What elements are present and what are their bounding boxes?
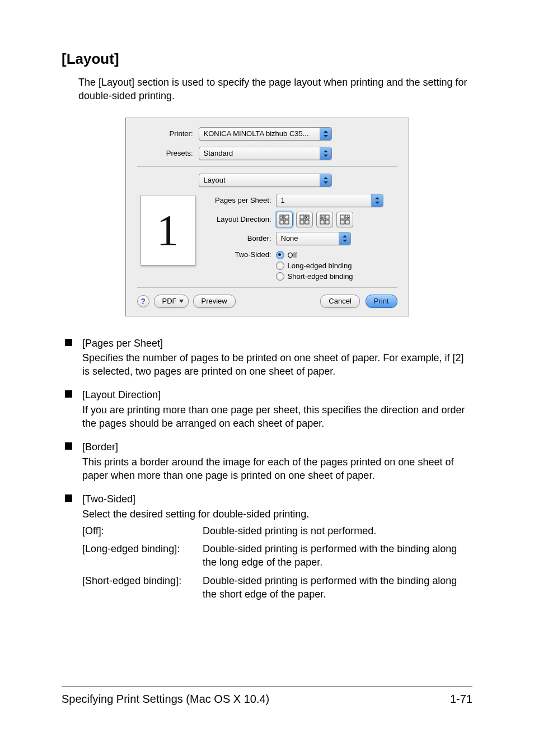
svg-rect-15 [305, 220, 309, 224]
print-dialog: Printer: KONICA MINOLTA bizhub C35... Pr… [125, 118, 409, 316]
svg-marker-25 [343, 240, 347, 242]
svg-rect-20 [340, 215, 344, 219]
svg-rect-10 [280, 220, 284, 224]
twosided-off-key: [Off]: [82, 524, 203, 538]
svg-rect-19 [325, 220, 329, 224]
two-sided-short-label: Short-edged binding [288, 272, 353, 281]
svg-marker-2 [324, 150, 328, 152]
two-sided-off-label: Off [288, 251, 297, 259]
bullet-twosided-desc: Select the desired setting for double-si… [82, 507, 472, 521]
printer-popup-value: KONICA MINOLTA bizhub C35... [199, 129, 320, 138]
footer-page-number: 1-71 [450, 693, 472, 706]
bullet-icon [65, 442, 72, 450]
dropdown-arrows-icon [320, 147, 331, 160]
preview-button[interactable]: Preview [193, 295, 236, 308]
cancel-button[interactable]: Cancel [320, 295, 359, 308]
pdf-button[interactable]: PDF [154, 295, 189, 308]
svg-rect-23 [345, 220, 349, 224]
svg-rect-8 [280, 215, 284, 219]
presets-popup[interactable]: Standard [199, 147, 332, 160]
svg-marker-0 [324, 130, 328, 133]
section-intro: The [Layout] section is used to specify … [78, 76, 472, 103]
twosided-off-val: Double-sided printing is not performed. [203, 524, 472, 538]
bullet-pages-title: [Pages per Sheet] [82, 337, 472, 350]
svg-marker-7 [375, 202, 380, 204]
two-sided-off[interactable]: Off [276, 251, 353, 259]
bullet-layoutdir-desc: If you are printing more than one page p… [82, 403, 472, 431]
dropdown-arrows-icon [371, 194, 383, 207]
svg-rect-17 [325, 215, 329, 219]
presets-label: Presets: [137, 149, 193, 157]
printer-popup[interactable]: KONICA MINOLTA bizhub C35... [199, 127, 332, 141]
border-popup[interactable]: None [276, 232, 351, 245]
twosided-short-val: Double-sided printing is performed with … [203, 574, 472, 601]
pages-per-sheet-popup[interactable]: 1 [276, 194, 383, 207]
svg-rect-16 [320, 215, 324, 219]
svg-marker-5 [324, 181, 328, 184]
svg-rect-22 [340, 220, 344, 224]
footer-left: Specifying Print Settings (Mac OS X 10.4… [62, 693, 269, 706]
svg-marker-24 [343, 235, 347, 237]
dropdown-arrows-icon [339, 232, 350, 245]
svg-marker-4 [324, 177, 328, 179]
bullet-icon [65, 390, 72, 398]
bullet-pages-desc: Specifies the number of pages to be prin… [82, 351, 472, 379]
two-sided-label: Two-Sided: [204, 250, 271, 259]
bullet-icon [65, 339, 72, 346]
two-sided-long[interactable]: Long-edged binding [276, 262, 353, 270]
layout-direction-3[interactable] [316, 212, 333, 227]
dialog-separator [137, 166, 397, 167]
print-button[interactable]: Print [366, 295, 397, 308]
footer-rule [62, 687, 472, 687]
bullet-icon [65, 494, 72, 502]
twosided-long-val: Double-sided printing is performed with … [203, 542, 472, 570]
printer-label: Printer: [137, 129, 193, 138]
help-button[interactable]: ? [137, 295, 149, 307]
layout-direction-4[interactable] [336, 212, 353, 227]
section-heading: [Layout] [62, 50, 472, 68]
two-sided-long-label: Long-edged binding [288, 262, 352, 270]
svg-rect-13 [305, 215, 309, 219]
svg-marker-6 [375, 197, 380, 199]
pages-per-sheet-label: Pages per Sheet: [204, 196, 271, 204]
pages-per-sheet-value: 1 [277, 196, 371, 204]
bullet-layoutdir-title: [Layout Direction] [82, 388, 472, 402]
layout-direction-1[interactable] [276, 212, 293, 227]
twosided-short-key: [Short-edged binding]: [82, 574, 203, 601]
page-preview: 1 [140, 195, 195, 265]
presets-popup-value: Standard [199, 149, 320, 157]
dropdown-arrows-icon [320, 128, 331, 140]
border-label: Border: [204, 234, 271, 242]
svg-marker-3 [324, 155, 328, 157]
radio-icon [276, 272, 284, 281]
dialog-separator [137, 287, 397, 288]
section-popup-value: Layout [199, 176, 320, 184]
radio-icon [276, 262, 284, 270]
bullet-border-desc: This prints a border around the image fo… [82, 455, 472, 483]
pdf-button-label: PDF [162, 297, 177, 305]
svg-marker-1 [324, 135, 328, 137]
twosided-long-key: [Long-edged binding]: [82, 542, 203, 570]
layout-direction-group [276, 212, 353, 227]
bullet-border-title: [Border] [82, 440, 472, 454]
svg-rect-11 [285, 220, 289, 224]
svg-rect-14 [300, 220, 304, 224]
layout-direction-2[interactable] [296, 212, 313, 227]
dropdown-arrows-icon [320, 174, 331, 186]
layout-direction-label: Layout Direction: [204, 215, 271, 223]
svg-rect-18 [320, 220, 324, 224]
border-popup-value: None [277, 234, 339, 242]
radio-icon [276, 251, 284, 259]
bullet-twosided-title: [Two-Sided] [82, 492, 472, 506]
chevron-down-icon [179, 300, 184, 303]
svg-rect-21 [345, 215, 349, 219]
two-sided-short[interactable]: Short-edged binding [276, 272, 353, 281]
svg-rect-12 [300, 215, 304, 219]
section-popup[interactable]: Layout [199, 174, 332, 187]
svg-rect-9 [285, 215, 289, 219]
